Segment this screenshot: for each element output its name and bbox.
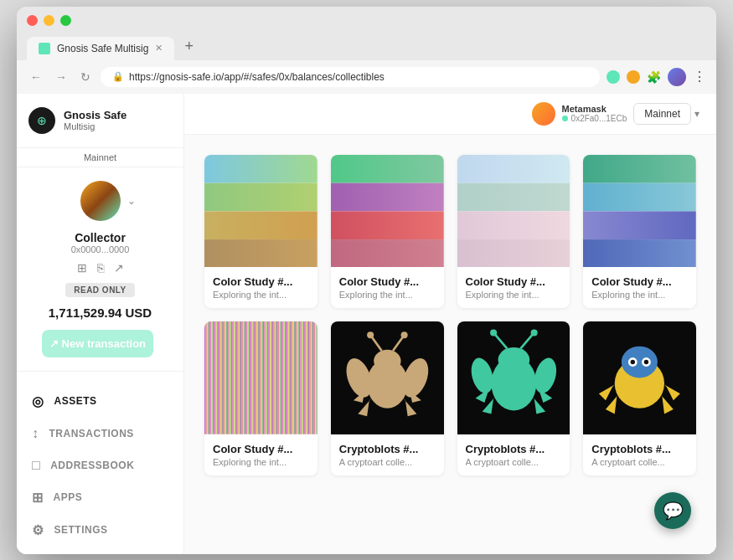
nav-section: ◎ ASSETS ↕ TRANSACTIONS □ ADDRESSBOOK ⊞ … — [17, 372, 183, 554]
svg-point-34 — [498, 347, 529, 372]
qr-icon[interactable]: ⊞ — [77, 261, 87, 275]
browser-menu-button[interactable]: ⋮ — [693, 69, 706, 85]
sidebar-item-transactions[interactable]: ↕ TRANSACTIONS — [17, 418, 183, 450]
addressbook-icon: □ — [32, 458, 40, 473]
collectible-card[interactable]: Cryptoblots #... A cryptoart colle... — [457, 321, 570, 475]
connected-dot — [562, 116, 568, 121]
apps-icon: ⊞ — [32, 490, 44, 506]
collectible-title: Cryptoblots #... — [339, 443, 436, 455]
metamask-name: Metamask — [562, 104, 627, 114]
collectible-info: Cryptoblots #... A cryptoart colle... — [331, 434, 444, 475]
collectible-card[interactable]: Color Study #... Exploring the int... — [204, 155, 317, 309]
collectible-info: Color Study #... Exploring the int... — [583, 267, 696, 308]
svg-marker-47 — [599, 385, 615, 401]
svg-rect-7 — [331, 239, 444, 268]
ext-green-icon — [607, 70, 620, 84]
svg-rect-11 — [457, 239, 570, 268]
svg-rect-5 — [331, 182, 444, 211]
close-button[interactable] — [27, 15, 38, 26]
address-bar[interactable]: 🔒 https://gnosis-safe.io/app/#/safes/0x/… — [101, 67, 600, 87]
chat-support-button[interactable]: 💬 — [654, 492, 691, 529]
balance-display: 1,711,529.94 USD — [30, 306, 170, 320]
sidebar-item-apps[interactable]: ⊞ APPS — [17, 481, 183, 514]
account-icons: ⊞ ⎘ ↗ — [30, 261, 170, 275]
collectible-title: Color Study #... — [213, 275, 309, 288]
copy-icon[interactable]: ⎘ — [97, 261, 104, 275]
safe-sub: Multisig — [64, 121, 126, 131]
svg-point-40 — [490, 330, 497, 337]
collectibles-grid: Color Study #... Exploring the int... — [204, 155, 696, 476]
collectible-desc: A cryptoart colle... — [339, 457, 436, 467]
browser-tab[interactable]: Gnosis Safe Multisig ✕ — [27, 37, 174, 60]
collectible-card[interactable]: Cryptoblots #... A cryptoart colle... — [331, 321, 444, 475]
svg-rect-13 — [583, 182, 696, 211]
safe-header: ⊕ Gnosis Safe Multisig — [17, 94, 183, 148]
sidebar-item-addressbook[interactable]: □ ADDRESSBOOK — [17, 450, 183, 481]
svg-rect-0 — [204, 155, 317, 183]
read-only-badge: READ ONLY — [65, 283, 134, 297]
minimize-button[interactable] — [44, 15, 54, 26]
sidebar-item-settings[interactable]: ⚙ SETTINGS — [17, 514, 183, 547]
assets-icon: ◎ — [32, 393, 44, 409]
back-button[interactable]: ← — [27, 69, 45, 85]
tab-favicon — [39, 43, 50, 54]
svg-rect-20 — [204, 321, 317, 434]
new-transaction-button[interactable]: ↗ New transaction — [42, 330, 153, 357]
new-tab-button[interactable]: + — [176, 34, 202, 59]
svg-rect-2 — [204, 211, 317, 239]
collectible-card[interactable]: Color Study #... Exploring the int... — [331, 155, 444, 309]
extensions-button[interactable]: 🧩 — [647, 70, 661, 84]
collectible-card[interactable]: Cryptoblots #... A cryptoart colle... — [583, 321, 696, 475]
collectible-title: Color Study #... — [339, 275, 436, 288]
network-chevron-icon[interactable]: ▾ — [694, 108, 699, 120]
external-link-icon[interactable]: ↗ — [114, 261, 124, 275]
account-avatar — [80, 181, 121, 221]
collectible-title: Color Study #... — [213, 443, 309, 455]
svg-rect-15 — [583, 239, 696, 268]
collectible-image — [331, 321, 444, 434]
svg-rect-1 — [204, 182, 317, 211]
svg-rect-9 — [457, 182, 570, 211]
collectible-card[interactable]: Color Study #... Exploring the int... — [204, 321, 317, 475]
collectible-info: Color Study #... Exploring the int... — [204, 267, 317, 308]
collectible-desc: Exploring the int... — [213, 457, 309, 467]
maximize-button[interactable] — [60, 15, 71, 26]
collectible-image — [204, 321, 317, 434]
address-bar-row: ← → ↻ 🔒 https://gnosis-safe.io/app/#/saf… — [17, 60, 716, 94]
tab-title: Gnosis Safe Multisig — [57, 43, 148, 54]
lock-icon: 🔒 — [112, 71, 124, 82]
network-selector[interactable]: Mainnet — [633, 103, 691, 125]
svg-marker-49 — [606, 393, 619, 414]
collectibles-section: Color Study #... Exploring the int... — [184, 135, 716, 554]
collectible-desc: Exploring the int... — [466, 290, 562, 300]
transactions-icon: ↕ — [32, 426, 39, 441]
collectible-title: Color Study #... — [466, 275, 562, 288]
profile-avatar[interactable] — [668, 68, 686, 86]
collectible-image — [583, 155, 696, 268]
forward-button[interactable]: → — [52, 69, 70, 85]
tab-close-button[interactable]: ✕ — [155, 43, 163, 54]
account-name: Collector — [30, 231, 170, 244]
network-label: Mainnet — [17, 148, 183, 167]
metamask-info: Metamask 0x2Fa0...1ECb — [562, 104, 627, 123]
svg-point-28 — [367, 331, 374, 338]
metamask-badge: Metamask 0x2Fa0...1ECb Mainnet ▾ — [532, 102, 699, 126]
chevron-down-icon: ⌄ — [127, 195, 136, 207]
avatar-wrapper[interactable]: ⌄ — [80, 181, 121, 221]
collectible-card[interactable]: Color Study #... Exploring the int... — [457, 155, 570, 309]
svg-rect-12 — [583, 155, 696, 183]
collectible-desc: A cryptoart colle... — [591, 457, 688, 467]
svg-rect-4 — [331, 155, 444, 183]
account-address: 0x0000...0000 — [30, 244, 170, 254]
reload-button[interactable]: ↻ — [77, 69, 94, 85]
settings-icon: ⚙ — [32, 522, 44, 538]
collectible-image — [457, 155, 570, 268]
collectible-info: Color Study #... Exploring the int... — [204, 434, 317, 475]
collectible-info: Color Study #... Exploring the int... — [331, 267, 444, 308]
metamask-avatar — [532, 102, 555, 126]
svg-marker-50 — [660, 393, 674, 414]
sidebar-item-assets[interactable]: ◎ ASSETS — [17, 385, 183, 418]
collectible-card[interactable]: Color Study #... Exploring the int... — [583, 155, 696, 309]
svg-point-22 — [374, 350, 400, 372]
account-section: ⌄ Collector 0x0000...0000 ⊞ ⎘ ↗ READ ONL… — [17, 167, 183, 372]
